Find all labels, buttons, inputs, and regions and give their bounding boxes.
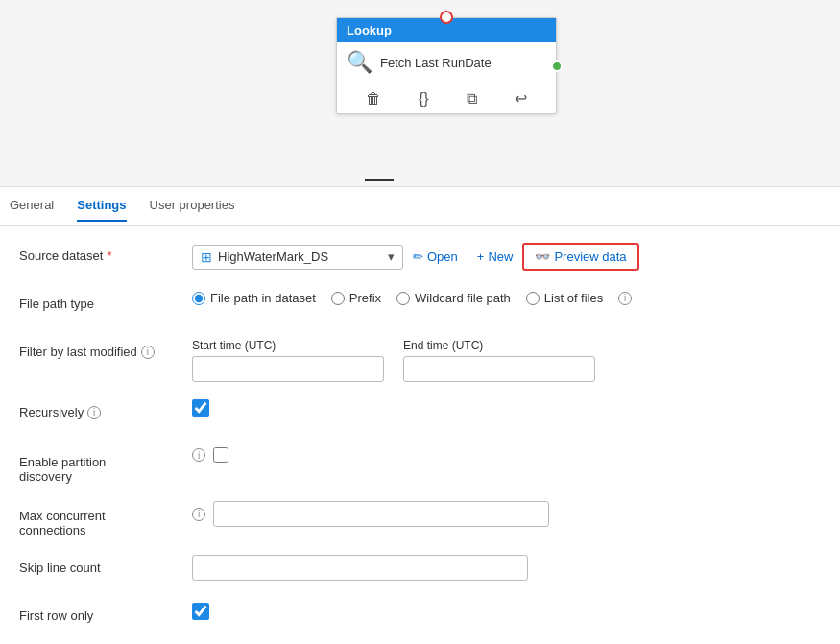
first-row-only-row: First row only (19, 603, 821, 633)
dropdown-arrow-icon: ▾ (388, 250, 395, 264)
file-path-type-label: File path type (19, 291, 192, 311)
recursively-control (192, 399, 821, 417)
copy-icon[interactable]: ⧉ (467, 90, 477, 107)
node-connector-right (551, 60, 563, 72)
radio-list-of-files[interactable]: List of files (526, 291, 603, 305)
filter-by-last-modified-row: Filter by last modified i Start time (UT… (19, 339, 821, 382)
partition-row: i (192, 447, 228, 463)
first-row-only-label: First row only (19, 603, 192, 623)
file-path-type-radio-group: File path in dataset Prefix Wildcard fil… (192, 291, 632, 305)
radio-file-path-in-dataset[interactable]: File path in dataset (192, 291, 316, 305)
recursively-checkbox[interactable] (192, 399, 209, 417)
max-concurrent-connections-input[interactable] (213, 501, 549, 527)
tabs-bar: General Settings User properties (0, 187, 840, 226)
glasses-icon: 👓 (535, 250, 550, 264)
delete-icon[interactable]: 🗑 (366, 90, 381, 107)
max-concurrent-info-icon[interactable]: i (192, 508, 205, 521)
lookup-node-title: Fetch Last RunDate (380, 56, 492, 70)
lookup-node: Lookup 🔍 Fetch Last RunDate 🗑 {} ⧉ ↩ (336, 17, 557, 114)
recursively-row: Recursively i (19, 399, 821, 430)
preview-btn-wrapper: 👓 Preview data (522, 243, 638, 271)
file-path-type-row: File path type File path in dataset Pref… (19, 291, 821, 322)
filter-by-last-modified-label: Filter by last modified i (19, 339, 192, 359)
file-path-type-control: File path in dataset Prefix Wildcard fil… (192, 291, 821, 305)
lookup-node-actions: 🗑 {} ⧉ ↩ (337, 83, 556, 113)
preview-data-button[interactable]: 👓 Preview data (525, 246, 636, 268)
max-concurrent-connections-label: Max concurrent connections (19, 501, 192, 537)
enable-partition-discovery-checkbox[interactable] (213, 447, 228, 463)
end-time-input[interactable] (403, 356, 595, 382)
radio-prefix[interactable]: Prefix (331, 291, 381, 305)
open-button[interactable]: ✏ Open (403, 245, 468, 269)
code-icon[interactable]: {} (419, 90, 429, 107)
redirect-icon[interactable]: ↩ (515, 89, 527, 107)
partition-info-icon[interactable]: i (192, 448, 205, 462)
source-dataset-label: Source dataset * (19, 243, 192, 263)
enable-partition-discovery-row: Enable partition discovery i (19, 447, 821, 484)
tab-user-properties[interactable]: User properties (150, 190, 235, 222)
source-dataset-row: Source dataset * ⊞ HighWaterMark_DS ▾ ✏ … (19, 243, 821, 274)
dataset-icon: ⊞ (201, 250, 212, 265)
enable-partition-discovery-label: Enable partition discovery (19, 447, 192, 484)
dataset-select[interactable]: ⊞ HighWaterMark_DS ▾ (192, 245, 403, 270)
skip-line-count-control (192, 555, 821, 581)
max-concurrent-connections-row: Max concurrent connections i (19, 501, 821, 537)
skip-line-count-row: Skip line count (19, 555, 821, 585)
skip-line-count-label: Skip line count (19, 555, 192, 575)
new-button[interactable]: + New (468, 245, 523, 269)
max-concurrent-connections-control: i (192, 501, 821, 527)
radio-wildcard-file-path[interactable]: Wildcard file path (396, 291, 511, 305)
recursively-label: Recursively i (19, 399, 192, 419)
filter-by-last-modified-control: Start time (UTC) End time (UTC) (192, 339, 821, 382)
start-time-group: Start time (UTC) (192, 339, 384, 382)
settings-panel: Source dataset * ⊞ HighWaterMark_DS ▾ ✏ … (0, 226, 840, 644)
tab-general[interactable]: General (10, 190, 54, 222)
canvas-area: Lookup 🔍 Fetch Last RunDate 🗑 {} ⧉ ↩ (0, 0, 840, 187)
recursively-info-icon[interactable]: i (87, 406, 101, 419)
divider-line (365, 179, 394, 181)
source-dataset-control: ⊞ HighWaterMark_DS ▾ ✏ Open + New 👓 Prev… (192, 243, 821, 271)
start-time-label: Start time (UTC) (192, 339, 384, 352)
search-icon: 🔍 (347, 50, 372, 75)
plus-icon: + (477, 250, 485, 264)
tab-settings[interactable]: Settings (77, 190, 126, 222)
lookup-node-body: 🔍 Fetch Last RunDate (337, 42, 556, 83)
start-time-input[interactable] (192, 356, 384, 382)
list-of-files-info-icon[interactable]: i (618, 292, 632, 305)
skip-line-count-input[interactable] (192, 555, 528, 581)
end-time-group: End time (UTC) (403, 339, 595, 382)
time-inputs: Start time (UTC) End time (UTC) (192, 339, 595, 382)
first-row-only-checkbox[interactable] (192, 603, 209, 620)
filter-info-icon[interactable]: i (141, 346, 155, 359)
end-time-label: End time (UTC) (403, 339, 595, 352)
enable-partition-discovery-control: i (192, 447, 821, 463)
first-row-only-control (192, 603, 821, 620)
pencil-icon: ✏ (413, 250, 423, 264)
node-connector-top (440, 11, 453, 24)
required-star: * (107, 249, 111, 263)
dataset-name: HighWaterMark_DS (218, 250, 382, 264)
